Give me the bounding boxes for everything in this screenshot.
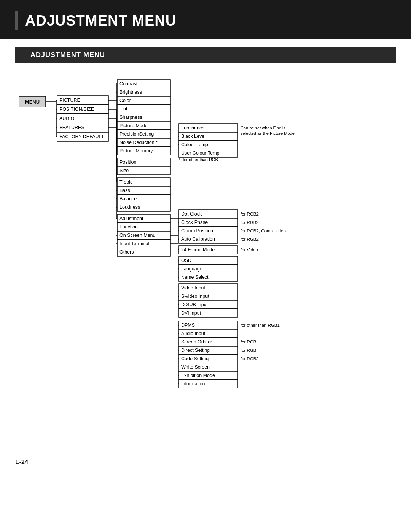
svg-text:Balance: Balance	[119, 196, 137, 201]
svg-text:24 Frame Mode: 24 Frame Mode	[181, 247, 215, 252]
svg-text:White Screen: White Screen	[181, 364, 210, 370]
svg-text:PICTURE: PICTURE	[59, 97, 80, 103]
svg-text:AUDIO: AUDIO	[59, 116, 75, 121]
svg-text:for RGB: for RGB	[241, 348, 256, 353]
header-bar	[15, 11, 18, 30]
svg-text:POSITION/SIZE: POSITION/SIZE	[59, 107, 94, 112]
svg-text:MENU: MENU	[25, 99, 40, 105]
svg-text:Language: Language	[181, 266, 202, 272]
svg-text:Others: Others	[119, 249, 134, 255]
svg-text:Loudness: Loudness	[119, 204, 140, 210]
svg-text:FEATURES: FEATURES	[59, 125, 84, 130]
svg-text:Function: Function	[119, 224, 138, 230]
svg-text:Position: Position	[119, 160, 137, 165]
svg-text:for RGB2, Comp. video: for RGB2, Comp. video	[241, 228, 286, 233]
svg-text:for RGB2: for RGB2	[241, 356, 259, 361]
svg-text:for RGB2: for RGB2	[241, 237, 259, 241]
svg-text:Picture Memory: Picture Memory	[119, 148, 153, 153]
svg-text:DVI Input: DVI Input	[181, 310, 201, 316]
svg-text:FACTORY DEFAULT: FACTORY DEFAULT	[59, 134, 104, 139]
section-title: ADJUSTMENT MENU	[30, 51, 105, 59]
svg-text:*: for other than RGB: *: for other than RGB	[179, 157, 218, 162]
svg-text:Name Select: Name Select	[181, 275, 209, 280]
page-number: E-24	[15, 459, 28, 465]
svg-text:Noise Reduction *: Noise Reduction *	[119, 140, 158, 145]
svg-text:S-video Input: S-video Input	[181, 294, 209, 299]
svg-text:Tint: Tint	[119, 106, 127, 112]
svg-text:Audio Input: Audio Input	[181, 331, 206, 336]
svg-text:PrecisionSetting: PrecisionSetting	[119, 131, 154, 137]
svg-text:Direct Setting: Direct Setting	[181, 348, 210, 353]
svg-text:Black Level: Black Level	[181, 134, 206, 139]
svg-text:Information: Information	[181, 381, 205, 387]
section-header: ADJUSTMENT MENU	[15, 47, 396, 63]
svg-text:for RGB: for RGB	[241, 340, 256, 344]
svg-text:On Screen Menu: On Screen Menu	[119, 233, 156, 238]
svg-text:Input Terminal: Input Terminal	[119, 241, 149, 246]
page-header: ADJUSTMENT MENU	[0, 0, 411, 39]
svg-text:User Colour Temp.: User Colour Temp.	[181, 150, 221, 156]
svg-text:Bass: Bass	[119, 188, 130, 193]
diagram-area: MENU PICTURE POSITION/SIZE AUDIO FEATURE…	[0, 74, 411, 447]
page-footer: E-24	[0, 447, 411, 473]
svg-text:selected as the Picture Mode.: selected as the Picture Mode.	[241, 131, 296, 136]
svg-text:Colour Temp.: Colour Temp.	[181, 142, 209, 147]
svg-text:OSD: OSD	[181, 258, 191, 263]
svg-text:Screen Orbiter: Screen Orbiter	[181, 339, 212, 345]
svg-text:Size: Size	[119, 168, 129, 173]
svg-text:Exhibition Mode: Exhibition Mode	[181, 373, 215, 378]
svg-text:for other than RGB1: for other than RGB1	[241, 323, 280, 328]
page-title: ADJUSTMENT MENU	[25, 13, 176, 29]
svg-text:Clock Phase: Clock Phase	[181, 220, 208, 225]
svg-text:Clamp Position: Clamp Position	[181, 228, 213, 233]
svg-text:DPMS: DPMS	[181, 323, 195, 328]
svg-text:Brightness: Brightness	[119, 89, 142, 95]
svg-text:Can be set when Fine is: Can be set when Fine is	[241, 126, 286, 130]
svg-text:Contrast: Contrast	[119, 81, 138, 86]
svg-text:D-SUB Input: D-SUB Input	[181, 302, 208, 307]
svg-text:Auto Calibration: Auto Calibration	[181, 236, 215, 242]
svg-text:Adjustment: Adjustment	[119, 216, 143, 221]
svg-text:Code Setting: Code Setting	[181, 356, 209, 361]
svg-text:Treble: Treble	[119, 179, 133, 185]
svg-text:Dot Clock: Dot Clock	[181, 211, 202, 217]
svg-text:Luminance: Luminance	[181, 125, 204, 131]
menu-diagram: MENU PICTURE POSITION/SIZE AUDIO FEATURE…	[15, 74, 396, 432]
svg-text:Video Input: Video Input	[181, 285, 206, 291]
svg-text:for RGB2: for RGB2	[241, 220, 259, 225]
svg-text:for Video: for Video	[241, 248, 258, 252]
svg-text:for RGB2: for RGB2	[241, 212, 259, 216]
svg-text:Color: Color	[119, 98, 131, 103]
svg-text:Picture Mode: Picture Mode	[119, 123, 148, 128]
svg-text:Sharpness: Sharpness	[119, 115, 142, 120]
